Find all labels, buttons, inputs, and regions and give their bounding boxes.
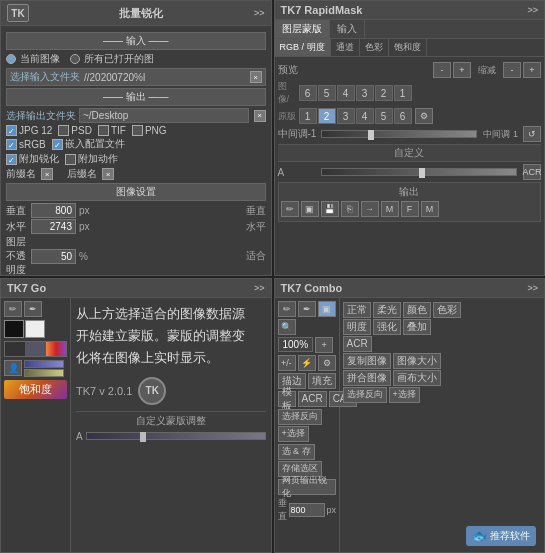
preview-plus-btn[interactable]: + — [453, 62, 471, 78]
post-name-clear[interactable]: × — [102, 168, 114, 180]
select-plus2-btn[interactable]: +选择 — [389, 387, 420, 403]
combo-settings[interactable]: ⚙ — [318, 355, 336, 371]
pencil-tool[interactable]: ✏ — [4, 301, 22, 317]
num-1-light[interactable]: 1 — [299, 108, 317, 124]
white-swatch[interactable] — [25, 320, 45, 338]
combo-mask[interactable]: ▣ — [318, 301, 336, 317]
num-2-light[interactable]: 2 — [318, 108, 336, 124]
color2-blend[interactable]: 色彩 — [433, 302, 461, 318]
copy-image-btn[interactable]: 复制图像 — [343, 353, 391, 369]
preview-minus-btn[interactable]: - — [433, 62, 451, 78]
num-4-dark[interactable]: 4 — [337, 85, 355, 101]
horizontal-input[interactable] — [31, 219, 76, 234]
acr-main-btn[interactable]: ACR — [343, 336, 372, 352]
embed-checkbox[interactable] — [52, 139, 63, 150]
extra-sharp-option[interactable]: 附加锐化 — [6, 152, 59, 166]
subtab-rgb[interactable]: RGB / 明度 — [275, 39, 331, 56]
tif-option[interactable]: TIF — [98, 125, 126, 136]
color-blend[interactable]: 颜色 — [403, 302, 431, 318]
acr-slider[interactable] — [321, 168, 518, 176]
fill-btn[interactable]: 填充 — [308, 373, 336, 389]
num-6-dark[interactable]: 6 — [299, 85, 317, 101]
psd-option[interactable]: PSD — [58, 125, 92, 136]
out-arrow-icon[interactable]: → — [361, 201, 379, 217]
select-output-btn[interactable]: 选择输出文件夹 — [6, 109, 76, 123]
light-blend[interactable]: 柔光 — [373, 302, 401, 318]
out-copy-icon[interactable]: ⎘ — [341, 201, 359, 217]
canvas2-btn[interactable]: 画布大小 — [393, 370, 441, 386]
tab-input[interactable]: 输入 — [330, 20, 365, 38]
go-slider[interactable] — [86, 432, 266, 440]
png-checkbox[interactable] — [132, 125, 143, 136]
png-option[interactable]: PNG — [132, 125, 167, 136]
opacity-input[interactable] — [31, 249, 76, 264]
out-m2-icon[interactable]: M — [421, 201, 439, 217]
combo-pencil[interactable]: ✏ — [278, 301, 296, 317]
combo-zoom[interactable]: 🔍 — [278, 319, 296, 335]
out-save-icon[interactable]: 💾 — [321, 201, 339, 217]
num-3-light[interactable]: 3 — [337, 108, 355, 124]
sat-button[interactable]: 饱和度 — [4, 380, 67, 399]
combo-plus-btn[interactable]: + — [315, 337, 333, 353]
out-pencil-icon[interactable]: ✏ — [281, 201, 299, 217]
copy-blend[interactable]: 叠加 — [403, 319, 431, 335]
num-2-dark[interactable]: 2 — [375, 85, 393, 101]
canvas-size-btn[interactable]: 拼合图像 — [343, 370, 391, 386]
go-expand[interactable]: >> — [254, 283, 265, 293]
out-m-icon[interactable]: M — [381, 201, 399, 217]
extra-action-checkbox[interactable] — [65, 154, 76, 165]
subtab-sat[interactable]: 饱和度 — [389, 39, 427, 56]
srgb-option[interactable]: sRGB — [6, 139, 46, 150]
acr-btn[interactable]: ACR — [523, 164, 541, 180]
vertical-input[interactable] — [31, 203, 76, 218]
brush-tool[interactable]: ✒ — [24, 301, 42, 317]
image-size-btn[interactable]: 图像大小 — [393, 353, 441, 369]
combo-lightning[interactable]: ⚡ — [298, 355, 316, 371]
extra-action-option[interactable]: 附加动作 — [65, 152, 118, 166]
shrink-minus-btn[interactable]: - — [503, 62, 521, 78]
clear-output-btn[interactable]: × — [254, 110, 266, 122]
srgb-checkbox[interactable] — [6, 139, 17, 150]
bright-blend[interactable]: 明度 — [343, 319, 371, 335]
combo-minus-plus[interactable]: +/- — [278, 355, 296, 371]
wrench-icon[interactable]: ⚙ — [415, 108, 433, 124]
subtab-channel[interactable]: 通道 — [331, 39, 360, 56]
select-folder-btn[interactable]: 选择输入文件夹 — [10, 70, 80, 84]
num-6-light[interactable]: 6 — [394, 108, 412, 124]
subtab-color[interactable]: 色彩 — [360, 39, 389, 56]
embed-option[interactable]: 嵌入配置文件 — [52, 137, 125, 151]
extra-sharp-checkbox[interactable] — [6, 154, 17, 165]
acr-btn-combo[interactable]: ACR — [298, 391, 327, 407]
midtone-slider[interactable] — [321, 130, 478, 138]
combo-brush[interactable]: ✒ — [298, 301, 316, 317]
psd-checkbox[interactable] — [58, 125, 69, 136]
num-5-light[interactable]: 5 — [375, 108, 393, 124]
and-save-btn[interactable]: 选 & 存 — [278, 444, 315, 460]
rapidmask-expand[interactable]: >> — [527, 5, 538, 15]
select-inv-btn[interactable]: 选择反向 — [278, 409, 322, 425]
enhance-blend[interactable]: 强化 — [373, 319, 401, 335]
pre-name-clear[interactable]: × — [41, 168, 53, 180]
jpg-option[interactable]: JPG 12 — [6, 125, 52, 136]
jpg-checkbox[interactable] — [6, 125, 17, 136]
mask-btn[interactable]: 模板 — [278, 391, 296, 407]
combo-expand[interactable]: >> — [527, 283, 538, 293]
all-open-radio[interactable] — [70, 54, 80, 64]
out-mask-icon[interactable]: ▣ — [301, 201, 319, 217]
person-icon[interactable]: 👤 — [4, 360, 22, 376]
net-out-btn[interactable]: 网页输出锐化 — [278, 479, 336, 495]
shrink-plus-btn[interactable]: + — [523, 62, 541, 78]
clear-folder-btn[interactable]: × — [250, 71, 262, 83]
num-5-dark[interactable]: 5 — [318, 85, 336, 101]
tif-checkbox[interactable] — [98, 125, 109, 136]
num-3-dark[interactable]: 3 — [356, 85, 374, 101]
num-1-dark[interactable]: 1 — [394, 85, 412, 101]
select-inv2-btn[interactable]: 选择反向 — [343, 387, 387, 403]
tab-layer-mask[interactable]: 图层蒙版 — [275, 20, 330, 38]
normal-blend[interactable]: 正常 — [343, 302, 371, 318]
select-plus-btn[interactable]: +选择 — [278, 426, 309, 442]
num-4-light[interactable]: 4 — [356, 108, 374, 124]
out-f-icon[interactable]: F — [401, 201, 419, 217]
current-image-radio[interactable] — [6, 54, 16, 64]
midtone-reset[interactable]: ↺ — [523, 126, 541, 142]
